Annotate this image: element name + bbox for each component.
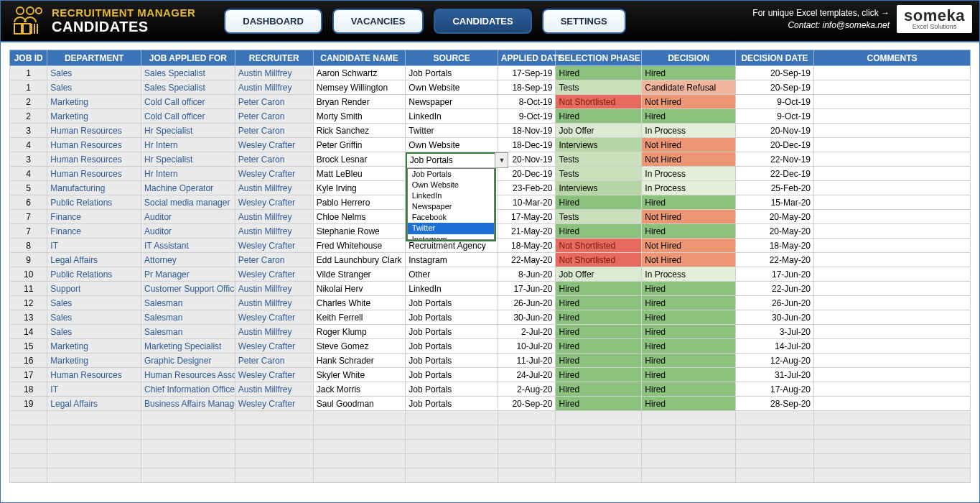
cell[interactable]: Auditor	[141, 210, 235, 224]
cell[interactable]	[814, 80, 971, 95]
cell[interactable]: Kyle Irving	[313, 181, 406, 195]
cell[interactable]: Finance	[47, 210, 141, 224]
dropdown-option[interactable]: LinkedIn	[408, 190, 495, 201]
col-header[interactable]: RECRUITER	[235, 50, 313, 66]
cell[interactable]: Peter Griffin	[313, 138, 406, 152]
cell[interactable]: 12-Aug-20	[736, 354, 814, 368]
cell[interactable]: 5	[10, 181, 47, 195]
col-header[interactable]: SELECTION PHASE	[556, 50, 642, 66]
dropdown-arrow-icon[interactable]: ▼	[495, 152, 508, 168]
cell[interactable]: Chloe Nelms	[313, 210, 406, 224]
cell[interactable]: Hired	[642, 66, 736, 80]
cell[interactable]: LinkedIn	[406, 109, 498, 124]
dropdown-option[interactable]: Twitter	[408, 223, 495, 234]
cell[interactable]	[814, 124, 971, 138]
table-row[interactable]: 1SalesSales SpecialistAustin MillfreyNem…	[10, 80, 971, 95]
cell[interactable]: 22-Nov-19	[736, 152, 814, 167]
cell[interactable]: Chief Information Officer	[141, 382, 235, 397]
nav-vacancies[interactable]: VACANCIES	[332, 9, 424, 34]
cell[interactable]: 17-Jun-20	[498, 282, 556, 296]
cell[interactable]: Fred Whitehouse	[313, 239, 406, 253]
cell[interactable]: Tests	[556, 80, 642, 95]
cell[interactable]: Saul Goodman	[313, 397, 406, 411]
cell[interactable]: 18-Nov-19	[498, 124, 556, 138]
cell[interactable]: 24-Jul-20	[498, 368, 556, 382]
cell[interactable]: Job Portals	[406, 310, 498, 325]
table-row[interactable]: 17Human ResourcesHuman Resources Associa…	[10, 368, 971, 382]
cell[interactable]: Peter Caron	[235, 109, 313, 124]
cell[interactable]: 3	[10, 152, 47, 167]
cell[interactable]: Austin Millfrey	[235, 224, 313, 239]
cell[interactable]: Nikolai Herv	[313, 282, 406, 296]
cell[interactable]	[814, 210, 971, 224]
cell[interactable]	[814, 66, 971, 80]
cell[interactable]: Hank Schrader	[313, 354, 406, 368]
cell[interactable]: Hired	[556, 296, 642, 310]
cell[interactable]: 22-Dec-19	[736, 167, 814, 181]
cell[interactable]	[814, 138, 971, 152]
cell[interactable]: Peter Caron	[235, 152, 313, 167]
cell[interactable]: 9	[10, 253, 47, 267]
cell[interactable]: Cold Call officer	[141, 95, 235, 109]
source-dropdown[interactable]: Job Portals ▼ Job PortalsOwn WebsiteLink…	[406, 152, 497, 241]
cell[interactable]: Wesley Crafter	[235, 368, 313, 382]
cell[interactable]: 9-Oct-19	[498, 109, 556, 124]
cell[interactable]: 20-Dec-19	[498, 167, 556, 181]
dropdown-option[interactable]: Facebook	[408, 212, 495, 223]
cell[interactable]: 8	[10, 239, 47, 253]
cell[interactable]: Human Resources	[47, 138, 141, 152]
cell[interactable]: Austin Millfrey	[235, 296, 313, 310]
cell[interactable]: Hr Specialist	[141, 152, 235, 167]
cell[interactable]: 8-Jun-20	[498, 267, 556, 282]
cell[interactable]: Own Website	[406, 80, 498, 95]
cell[interactable]: 19	[10, 397, 47, 411]
cell[interactable]: Austin Millfrey	[235, 382, 313, 397]
cell[interactable]: 31-Jul-20	[736, 368, 814, 382]
cell[interactable]: Newspaper	[406, 95, 498, 109]
cell[interactable]: 6	[10, 195, 47, 210]
cell[interactable]: Social media manager	[141, 195, 235, 210]
cell[interactable]	[814, 354, 971, 368]
cell[interactable]: 17-Jun-20	[736, 267, 814, 282]
cell[interactable]: Not Hired	[642, 95, 736, 109]
cell[interactable]: 22-May-20	[498, 253, 556, 267]
cell[interactable]: Hired	[556, 66, 642, 80]
cell[interactable]: Public Relations	[47, 195, 141, 210]
cell[interactable]	[814, 368, 971, 382]
cell[interactable]	[814, 253, 971, 267]
table-row[interactable]: 13SalesSalesmanWesley CrafterKeith Ferre…	[10, 310, 971, 325]
cell[interactable]: Morty Smith	[313, 109, 406, 124]
cell[interactable]: Wesley Crafter	[235, 397, 313, 411]
cell[interactable]: Marketing Specialist	[141, 339, 235, 354]
cell[interactable]: Sales Specialist	[141, 80, 235, 95]
empty-row[interactable]	[10, 411, 971, 425]
cell[interactable]: 10	[10, 267, 47, 282]
cell[interactable]	[814, 224, 971, 239]
cell[interactable]: Marketing	[47, 354, 141, 368]
promo-text[interactable]: For unique Excel templates, click →	[752, 7, 890, 19]
cell[interactable]: Not Shortlisted	[556, 239, 642, 253]
cell[interactable]: Hired	[642, 282, 736, 296]
cell[interactable]: 18	[10, 382, 47, 397]
cell[interactable]: Job Portals	[406, 368, 498, 382]
nav-settings[interactable]: SETTINGS	[542, 9, 626, 34]
cell[interactable]: Human Resources	[47, 368, 141, 382]
cell[interactable]: Hired	[556, 224, 642, 239]
cell[interactable]: 20-May-20	[736, 224, 814, 239]
cell[interactable]: Graphic Designer	[141, 354, 235, 368]
cell[interactable]: IT	[47, 382, 141, 397]
cell[interactable]: Sales	[47, 66, 141, 80]
cell[interactable]: Hired	[642, 382, 736, 397]
cell[interactable]: Salesman	[141, 325, 235, 339]
cell[interactable]: Salesman	[141, 310, 235, 325]
col-header[interactable]: CANDIDATE NAME	[313, 50, 406, 66]
cell[interactable]: Not Hired	[642, 239, 736, 253]
cell[interactable]: Job Portals	[406, 325, 498, 339]
col-header[interactable]: DEPARTMENT	[47, 50, 141, 66]
cell[interactable]	[814, 339, 971, 354]
cell[interactable]: Austin Millfrey	[235, 66, 313, 80]
cell[interactable]: 30-Jun-20	[498, 310, 556, 325]
cell[interactable]: 11-Jul-20	[498, 354, 556, 368]
cell[interactable]: Human Resources Associate	[141, 368, 235, 382]
cell[interactable]	[814, 282, 971, 296]
